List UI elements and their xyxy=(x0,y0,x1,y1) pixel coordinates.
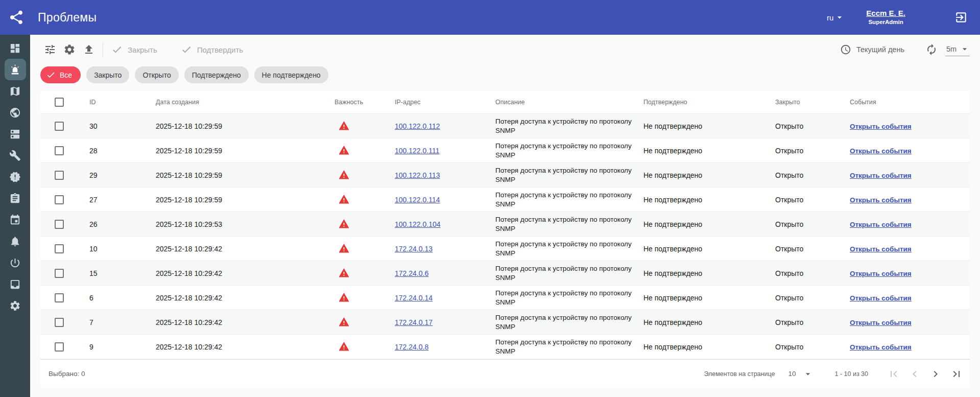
language-selector[interactable]: ru xyxy=(827,12,845,22)
open-events-link[interactable]: Открыть события xyxy=(850,147,912,155)
confirm-problems-button[interactable]: Подтвердить xyxy=(181,44,243,55)
network-map-icon xyxy=(9,85,21,97)
row-checkbox[interactable] xyxy=(55,146,64,155)
row-checkbox[interactable] xyxy=(55,122,64,131)
refresh-button[interactable] xyxy=(922,40,941,59)
cell-confirmed: Не подтверждено xyxy=(639,212,771,237)
cell-confirmed: Не подтверждено xyxy=(639,188,771,212)
open-events-link[interactable]: Открыть события xyxy=(850,172,912,179)
ip-address-link[interactable]: 172.24.0.6 xyxy=(395,269,428,277)
user-menu[interactable]: Eccm E. E. SuperAdmin xyxy=(866,9,905,26)
row-checkbox[interactable] xyxy=(55,244,64,253)
row-checkbox[interactable] xyxy=(55,342,64,352)
cell-created: 2025-12-18 10:29:42 xyxy=(152,286,330,310)
ip-address-link[interactable]: 172.24.0.13 xyxy=(395,245,433,253)
last-page-button[interactable] xyxy=(949,367,964,381)
caret-down-icon xyxy=(834,12,845,22)
row-checkbox[interactable] xyxy=(55,195,64,204)
cell-description: Потеря доступа к устройству по протоколу… xyxy=(491,138,639,163)
ip-address-link[interactable]: 172.24.0.8 xyxy=(395,343,428,351)
sidebar-item-devices[interactable] xyxy=(5,123,26,145)
severity-critical-icon xyxy=(339,145,349,156)
column-header-severity[interactable]: Важность xyxy=(330,91,391,114)
sidebar-item-alerts[interactable] xyxy=(5,166,26,188)
calendar-icon xyxy=(9,214,21,226)
chip-open[interactable]: Открыто xyxy=(135,66,178,83)
table-row: 7 2025-12-18 10:29:42 172.24.0.17 Потеря… xyxy=(40,310,970,335)
ip-address-link[interactable]: 100.122.0.114 xyxy=(395,196,440,204)
main-content: Закрыть Подтвердить Текущий день 5m Все xyxy=(30,35,980,388)
column-header-created[interactable]: Дата создания xyxy=(152,91,330,114)
sidebar-item-problems[interactable] xyxy=(5,59,26,80)
devices-icon xyxy=(9,128,21,140)
sidebar-item-settings[interactable] xyxy=(5,295,26,316)
sidebar-item-map[interactable] xyxy=(5,80,26,102)
column-header-description[interactable]: Описание xyxy=(491,91,639,114)
chip-closed[interactable]: Закрыто xyxy=(86,66,129,83)
sidebar-item-notifications[interactable] xyxy=(5,230,26,252)
next-page-button[interactable] xyxy=(928,367,943,381)
severity-critical-icon xyxy=(339,194,349,205)
open-events-link[interactable]: Открыть события xyxy=(850,245,912,253)
period-selector[interactable]: Текущий день xyxy=(840,44,904,55)
export-button[interactable] xyxy=(79,40,99,59)
column-header-closed[interactable]: Закрыто xyxy=(771,91,846,114)
close-button-label: Закрыть xyxy=(128,45,157,54)
ip-address-link[interactable]: 100.122.0.112 xyxy=(395,122,440,130)
open-events-link[interactable]: Открыть события xyxy=(850,196,912,204)
ip-address-link[interactable]: 172.24.0.17 xyxy=(395,318,433,326)
column-header-ip[interactable]: IP-адрес xyxy=(391,91,491,114)
ip-address-link[interactable]: 100.122.0.104 xyxy=(395,220,441,228)
cell-closed: Открыто xyxy=(771,237,846,261)
row-checkbox[interactable] xyxy=(55,318,64,327)
table-settings-icon xyxy=(63,43,76,56)
chip-unconfirmed[interactable]: Не подтверждено xyxy=(254,66,328,83)
row-checkbox[interactable] xyxy=(55,269,64,278)
open-events-link[interactable]: Открыть события xyxy=(850,294,912,302)
cell-closed: Открыто xyxy=(771,212,846,237)
problems-table-card: ID Дата создания Важность IP-адрес Описа… xyxy=(40,91,970,388)
open-events-link[interactable]: Открыть события xyxy=(850,123,912,130)
open-events-link[interactable]: Открыть события xyxy=(850,343,912,351)
per-page-select[interactable]: 10 xyxy=(788,369,813,379)
chip-confirmed[interactable]: Подтверждено xyxy=(184,66,249,83)
sidebar-item-web[interactable] xyxy=(5,102,26,123)
ip-address-link[interactable]: 172.24.0.14 xyxy=(395,294,433,302)
column-header-events[interactable]: События xyxy=(846,91,970,114)
ip-address-link[interactable]: 100.122.0.113 xyxy=(395,171,440,179)
open-events-link[interactable]: Открыть события xyxy=(850,319,912,326)
logout-button[interactable] xyxy=(953,10,969,25)
first-page-button[interactable] xyxy=(887,367,901,381)
severity-critical-icon xyxy=(339,219,349,229)
column-header-confirmed[interactable]: Подтверждено xyxy=(639,91,771,114)
cell-created: 2025-12-18 10:29:42 xyxy=(152,310,330,335)
sidebar-item-storage[interactable] xyxy=(5,273,26,295)
previous-page-button[interactable] xyxy=(907,367,922,381)
toolbar: Закрыть Подтвердить Текущий день 5m xyxy=(40,35,970,64)
refresh-interval-select[interactable]: 5m xyxy=(945,43,970,56)
sidebar-item-tasks[interactable] xyxy=(5,188,26,209)
cell-closed: Открыто xyxy=(771,261,846,286)
cell-description: Потеря доступа к устройству по протоколу… xyxy=(491,212,639,237)
ip-address-link[interactable]: 100.122.0.111 xyxy=(395,147,439,155)
sidebar xyxy=(0,35,30,397)
table-settings-button[interactable] xyxy=(60,40,79,59)
sidebar-item-power[interactable] xyxy=(5,252,26,273)
sidebar-item-tools[interactable] xyxy=(5,145,26,166)
sidebar-item-dashboard[interactable] xyxy=(5,37,26,59)
open-events-link[interactable]: Открыть события xyxy=(850,221,912,228)
sidebar-item-calendar[interactable] xyxy=(5,209,26,230)
open-events-link[interactable]: Открыть события xyxy=(850,270,912,277)
column-header-id[interactable]: ID xyxy=(85,91,152,114)
cell-closed: Открыто xyxy=(771,138,846,163)
app-logo-icon xyxy=(6,7,27,28)
row-checkbox[interactable] xyxy=(55,220,64,229)
row-checkbox[interactable] xyxy=(55,293,64,302)
select-all-checkbox[interactable] xyxy=(55,98,64,107)
chevron-left-icon xyxy=(909,368,921,380)
filter-button[interactable] xyxy=(40,40,60,59)
close-problems-button[interactable]: Закрыть xyxy=(111,44,157,55)
row-checkbox[interactable] xyxy=(55,171,64,180)
per-page-label: Элементов на странице xyxy=(704,370,775,378)
chip-all[interactable]: Все xyxy=(40,66,81,83)
